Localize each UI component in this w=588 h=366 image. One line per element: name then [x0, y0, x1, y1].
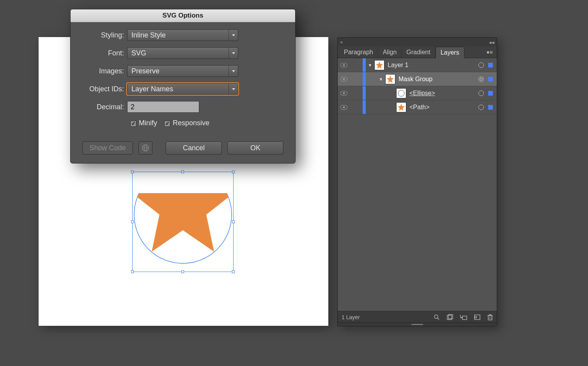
layer-row[interactable]: ▼Layer 1 — [338, 58, 497, 72]
layer-color-edge — [363, 58, 366, 72]
preview-globe-button[interactable] — [138, 141, 152, 155]
svg-rect-16 — [475, 315, 480, 320]
selection-color-swatch[interactable] — [488, 77, 493, 82]
new-sublayer-icon[interactable] — [460, 314, 467, 320]
visibility-toggle[interactable] — [338, 105, 350, 110]
visibility-toggle[interactable] — [338, 91, 350, 96]
target-icon[interactable] — [476, 91, 486, 96]
resize-grip[interactable] — [338, 323, 497, 326]
layer-color-edge — [363, 86, 366, 100]
disclosure-triangle[interactable]: ▼ — [377, 77, 385, 82]
layer-name[interactable]: <Ellipse> — [409, 90, 476, 97]
new-layer-icon[interactable] — [474, 314, 480, 320]
layer-row[interactable]: <Path> — [338, 100, 497, 114]
font-dropdown[interactable]: SVG — [127, 47, 238, 59]
selection-color-swatch[interactable] — [488, 91, 493, 96]
layer-thumbnail — [396, 88, 406, 98]
eye-icon — [340, 63, 347, 68]
layer-row[interactable]: ▼Mask Group — [338, 72, 497, 86]
panel-tabs: Paragraph Align Gradient Layers ▾≡ — [338, 46, 497, 58]
layer-thumbnail — [385, 74, 395, 84]
images-label: Images: — [82, 67, 127, 75]
layer-color-edge — [363, 100, 366, 114]
trash-icon[interactable] — [487, 314, 493, 320]
responsive-label: Responsive — [173, 119, 209, 127]
font-label: Font: — [82, 49, 127, 57]
svg-options-dialog: SVG Options Styling: Inline Style Font: … — [70, 9, 296, 163]
layer-color-edge — [363, 72, 366, 86]
eye-icon — [340, 91, 347, 96]
svg-rect-14 — [462, 316, 467, 320]
layer-row[interactable]: <Ellipse> — [338, 86, 497, 100]
visibility-toggle[interactable] — [338, 77, 350, 82]
decimal-value: 2 — [131, 103, 135, 111]
svg-rect-20 — [489, 314, 491, 316]
cancel-button[interactable]: Cancel — [166, 141, 222, 155]
object-ids-dropdown[interactable]: Layer Names — [127, 83, 238, 95]
tab-paragraph[interactable]: Paragraph — [339, 46, 378, 58]
object-ids-value: Layer Names — [131, 85, 173, 93]
styling-label: Styling: — [82, 31, 127, 39]
disclosure-triangle[interactable]: ▼ — [366, 63, 374, 68]
minify-label: Minify — [139, 119, 157, 127]
visibility-toggle[interactable] — [338, 63, 350, 68]
chevron-down-icon — [228, 84, 238, 94]
images-dropdown[interactable]: Preserve — [127, 65, 238, 77]
minify-checkbox[interactable]: ✓Minify — [130, 119, 157, 127]
layers-panel: × ◂◂ Paragraph Align Gradient Layers ▾≡ … — [337, 37, 497, 326]
tab-align[interactable]: Align — [378, 46, 402, 58]
chevron-down-icon — [228, 66, 238, 76]
responsive-checkbox[interactable]: ✓Responsive — [164, 119, 209, 127]
tab-layers[interactable]: Layers — [436, 47, 464, 58]
layer-name[interactable]: Layer 1 — [388, 62, 476, 69]
make-clipping-mask-icon[interactable] — [447, 314, 453, 320]
show-code-button[interactable]: Show Code — [82, 141, 133, 155]
close-icon[interactable]: × — [340, 39, 343, 45]
dialog-title: SVG Options — [71, 9, 295, 22]
layer-thumbnail — [374, 60, 384, 70]
ok-button[interactable]: OK — [227, 141, 283, 155]
svg-rect-17 — [475, 316, 476, 318]
selection-bounding-box[interactable] — [132, 172, 234, 272]
layer-thumbnail — [396, 102, 406, 112]
selection-color-swatch[interactable] — [488, 105, 493, 110]
target-icon[interactable] — [476, 76, 486, 82]
styling-dropdown[interactable]: Inline Style — [127, 29, 238, 41]
chevron-down-icon — [228, 48, 238, 59]
decimal-input[interactable]: 2 — [127, 101, 199, 113]
layer-name[interactable]: Mask Group — [398, 76, 476, 83]
decimal-label: Decimal: — [82, 103, 127, 111]
selection-color-swatch[interactable] — [488, 63, 493, 68]
search-icon[interactable] — [434, 314, 440, 320]
panel-menu-button[interactable]: ▾≡ — [484, 46, 495, 58]
images-value: Preserve — [131, 67, 159, 75]
svg-line-11 — [437, 318, 439, 320]
target-icon[interactable] — [476, 62, 486, 68]
layer-count: 1 Layer — [342, 314, 360, 320]
chevron-down-icon — [228, 30, 238, 41]
collapse-icon[interactable]: ◂◂ — [489, 39, 494, 45]
eye-icon — [340, 105, 347, 110]
target-icon[interactable] — [476, 105, 486, 110]
svg-marker-7 — [387, 76, 394, 83]
svg-marker-9 — [398, 104, 405, 111]
globe-icon — [142, 144, 149, 152]
svg-rect-18 — [488, 316, 492, 320]
svg-marker-6 — [376, 62, 383, 69]
svg-point-10 — [434, 315, 438, 318]
styling-value: Inline Style — [131, 31, 166, 39]
font-value: SVG — [131, 49, 146, 57]
eye-icon — [340, 77, 347, 82]
svg-point-8 — [398, 90, 404, 96]
layer-name[interactable]: <Path> — [409, 104, 476, 111]
tab-gradient[interactable]: Gradient — [402, 46, 435, 58]
object-ids-label: Object IDs: — [82, 85, 127, 93]
